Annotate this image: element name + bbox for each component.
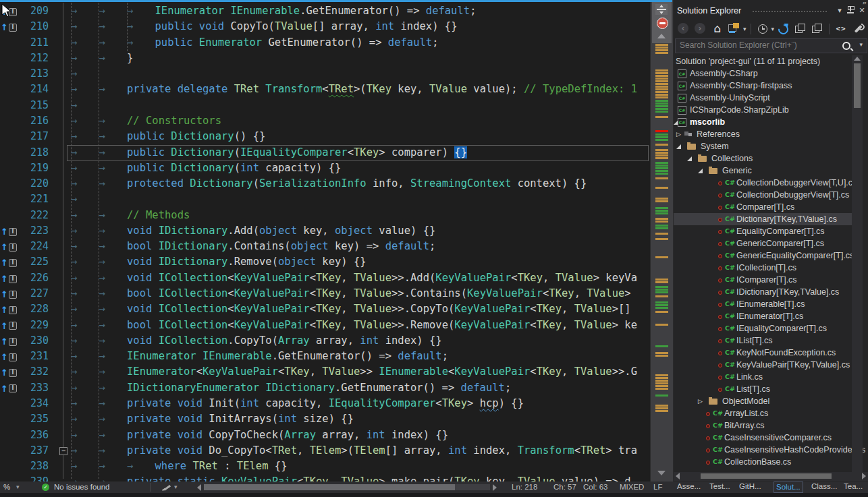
tree-item-generic[interactable]: Generic [674,165,853,177]
tree-item-assembly-unityscript[interactable]: C#Assembly-UnityScript [674,92,853,104]
code-line[interactable]: →→IEnumerator<KeyValuePair<TKey, TValue>… [71,364,637,380]
tree-item-mscorlib[interactable]: C#mscorlib [674,116,853,128]
tree-item-system[interactable]: System [674,140,853,152]
tree-item-bitarray-cs[interactable]: C#BitArray.cs [674,419,853,432]
code-line[interactable]: →→bool IDictionary.Contains(object key) … [71,239,435,254]
tree-item-idictionary-tkey-tvalue-cs[interactable]: C#IDictionary[TKey,TValue].cs [674,286,853,298]
refresh-icon[interactable] [776,22,791,36]
tree-item-collections[interactable]: Collections [674,152,853,165]
panel-drag-grip[interactable] [752,10,828,13]
code-editor[interactable]: 209↑I→→→IEnumerator IEnumerable.GetEnume… [0,0,650,481]
code-line[interactable]: →→void IDictionary.Remove(object key) {} [71,254,367,270]
code-line[interactable]: →→bool ICollection<KeyValuePair<TKey, TV… [71,286,637,301]
interface-implementation-icon[interactable]: ↑I [1,333,21,349]
interface-implementation-icon[interactable]: ↑I [1,223,21,239]
interface-implementation-icon[interactable]: ↑I [1,318,21,333]
code-line[interactable]: →→public Dictionary(IEqualityComparer<TK… [71,145,467,160]
code-line[interactable]: →→private void InitArrays(int size) {} [71,411,354,427]
interface-implementation-icon[interactable]: ↑I [1,254,21,270]
expander-collapsed-icon[interactable]: ▷ [698,395,703,407]
tree-item-keyvaluepair-tkey-tvalue-cs[interactable]: C#KeyValuePair[TKey,TValue].cs [674,359,853,371]
zoom-caret-icon[interactable]: ▾ [16,481,20,493]
column-indicator[interactable]: Col: 63 [583,481,607,493]
tree-item-genericequalitycomparer-t-cs[interactable]: C#GenericEqualityComparer[T].cs [674,250,853,262]
tree-item-caseinsensitivecomparer-cs[interactable]: C#CaseInsensitiveComparer.cs [674,432,853,444]
caret-icon[interactable]: ▾ [743,26,747,32]
interface-implementation-icon[interactable]: ↑I [1,239,21,254]
code-line[interactable]: →→void ICollection<KeyValuePair<TKey, TV… [71,301,637,317]
scroll-right-arrow[interactable] [862,473,866,479]
code-line[interactable]: →→private void Init(int capacity, IEqual… [71,396,524,411]
code-line[interactable]: → [71,192,99,207]
tree-item-caseinsensitivehashcodeprovider-cs[interactable]: C#CaseInsensitiveHashCodeProvider.cs [674,444,853,456]
scrollbar-thumb[interactable] [204,484,455,490]
collapse-all-icon[interactable] [793,22,808,36]
scroll-left-arrow[interactable] [676,473,680,479]
scroll-left-arrow[interactable] [197,484,201,491]
tree-item-list-t-cs[interactable]: C#List[T].cs [674,383,853,395]
editor-scrollbar-annotations[interactable] [650,0,673,481]
window-position-dropdown-icon[interactable]: ▾ [834,5,845,16]
tree-item-references[interactable]: ▷References [674,128,853,140]
tree-item-equalitycomparer-t-cs[interactable]: C#EqualityComparer[T].cs [674,225,853,237]
interface-implementation-icon[interactable]: ↑I [1,19,21,34]
home-icon[interactable]: ⌂ [710,22,725,36]
code-line[interactable]: → [71,98,99,113]
search-icon[interactable] [850,48,854,51]
panel-tab-solut[interactable]: Solut... [774,481,803,493]
vertical-scrollbar-thumb[interactable] [652,0,672,43]
tree-vertical-scrollbar[interactable] [852,55,863,472]
scroll-down-arrow[interactable] [657,471,666,475]
code-line[interactable]: →→// Constructors [71,113,221,129]
caret-icon[interactable]: ▾ [771,26,775,32]
tree-item-collectiondebuggerview-t-u-cs[interactable]: C#CollectionDebuggerView[T,U].cs [674,177,853,189]
properties-wrench-icon[interactable] [850,22,865,36]
code-line[interactable]: →→private void CopyToCheck(Array array, … [71,428,448,443]
code-line[interactable]: → [71,66,99,82]
scrollbar-thumb[interactable] [854,63,861,108]
interface-implementation-icon[interactable]: ↑I [1,286,21,301]
code-line[interactable]: →→→where TRet : TElem {} [71,459,288,474]
view-code-icon[interactable]: <> [834,22,848,36]
encoding-indicator[interactable]: MIXED [620,481,644,493]
fold-collapse-toggle[interactable]: − [59,447,67,455]
tree-item-solution-project-gui-11-of-11-projects-[interactable]: Solution 'project-gui' (11 of 11 project… [674,55,853,67]
pin-icon[interactable] [845,5,856,16]
expander-open-icon[interactable] [687,156,692,161]
tree-item-icollection-t-cs[interactable]: C#ICollection[T].cs [674,262,853,274]
tree-item-ilist-t-cs[interactable]: C#IList[T].cs [674,334,853,347]
code-line[interactable]: →→private static KeyValuePair<TKey, TVal… [71,474,631,481]
panel-tab-tea[interactable]: Tea... [842,481,865,492]
sync-active-document-icon[interactable] [727,22,742,36]
tree-item-ienumerable-t-cs[interactable]: C#IEnumerable[T].cs [674,298,853,310]
tree-item-arraylist-cs[interactable]: C#ArrayList.cs [674,407,853,419]
code-line[interactable]: →→IDictionaryEnumerator IDictionary.GetE… [71,380,511,396]
code-line[interactable]: →→protected Dictionary(SerializationInfo… [71,176,587,192]
panel-tab-class[interactable]: Class... [809,481,839,492]
forward-icon[interactable]: › [693,22,708,36]
expander-collapsed-icon[interactable]: ▷ [676,128,681,140]
interface-implementation-icon[interactable]: ↑I [1,380,21,396]
interface-implementation-icon[interactable]: ↑I [1,364,21,380]
code-line[interactable]: →→bool ICollection<KeyValuePair<TKey, TV… [71,318,637,333]
tree-item-iequalitycomparer-t-cs[interactable]: C#IEqualityComparer[T].cs [674,322,853,334]
code-line[interactable]: →→// Methods [71,208,190,223]
zoom-control[interactable]: % [3,481,10,493]
toolbar-overflow-icon[interactable]: ” [862,1,867,9]
interface-implementation-icon[interactable]: ↑I [1,301,21,317]
tree-item-genericcomparer-t-cs[interactable]: C#GenericComparer[T].cs [674,237,853,250]
tree-item-assembly-csharp-firstpass[interactable]: C#Assembly-CSharp-firstpass [674,80,853,92]
scroll-right-arrow[interactable] [493,484,497,491]
tree-item-keynotfoundexception-cs[interactable]: C#KeyNotFoundException.cs [674,347,853,359]
expander-open-icon[interactable] [676,144,681,149]
tree-horizontal-scrollbar[interactable] [674,472,868,481]
code-line[interactable]: →→private delegate TRet Transform<TRet>(… [71,82,637,97]
tree-item-icomparer-t-cs[interactable]: C#IComparer[T].cs [674,274,853,286]
code-line[interactable]: →→void ICollection<KeyValuePair<TKey, TV… [71,270,637,286]
eol-indicator[interactable]: LF [653,481,662,493]
char-indicator[interactable]: Ch: 57 [553,481,576,493]
panel-tab-test[interactable]: Test... [707,481,732,492]
code-line[interactable]: →→void ICollection.CopyTo(Array array, i… [71,333,442,349]
interface-implementation-icon[interactable]: ↑I [1,349,21,364]
code-line[interactable]: →→} [71,51,133,66]
